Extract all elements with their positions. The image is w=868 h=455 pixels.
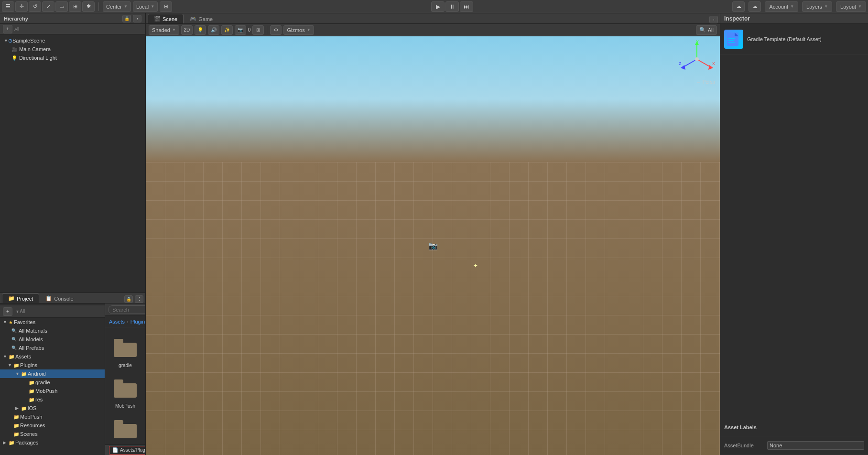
assets-search-input[interactable] — [108, 305, 145, 314]
bottom-menu-icon[interactable]: ⋮ — [135, 295, 143, 303]
persp-label: ← Persp — [696, 79, 715, 85]
inspector-panel: Inspector Gradle Template (Default Asset… — [720, 13, 868, 455]
layout-button[interactable]: Layout ▼ — [836, 1, 866, 12]
hierarchy-title: Hierarchy — [4, 16, 28, 22]
space-chevron-icon: ▼ — [151, 4, 154, 9]
scene-fold-icon: ▼ — [4, 38, 8, 43]
scene-sep — [267, 26, 267, 34]
pivot-dropdown[interactable]: Center ▼ — [103, 1, 131, 12]
inspector-assetbundle-value[interactable]: None — [767, 441, 864, 450]
mobpush-folder-icon — [113, 377, 138, 401]
project-add-button[interactable]: + — [3, 307, 12, 316]
android-gradle-folder-icon: 📁 — [29, 380, 34, 385]
breadcrumb-plugins[interactable]: Plugins — [130, 319, 145, 325]
hierarchy-sample-scene[interactable]: ▼ ⊙ SampleScene — [0, 36, 145, 45]
inspector-asset-name: Gradle Template (Default Asset) — [747, 36, 864, 42]
assets-breadcrumb: Assets › Plugins › Android — [105, 316, 145, 327]
tree-scenes[interactable]: 📁 Scenes — [0, 430, 105, 438]
game-tab-icon: 🎮 — [190, 16, 196, 22]
bottom-lock-icon[interactable]: 🔒 — [124, 295, 133, 303]
layers-button[interactable]: Layers ▼ — [802, 1, 832, 12]
move-tool-button[interactable]: ✛ — [15, 1, 28, 12]
svg-rect-0 — [114, 343, 137, 357]
grid-toggle[interactable]: ⊞ — [252, 25, 264, 35]
hierarchy-lock-icon[interactable]: 🔒 — [122, 15, 131, 22]
account-button[interactable]: Account ▼ — [765, 1, 798, 12]
res-folder-icon — [113, 417, 138, 442]
rect-tool-button[interactable]: ▭ — [55, 1, 68, 12]
hierarchy-menu-icon[interactable]: ⋮ — [133, 15, 141, 22]
scenes-label: Scenes — [20, 431, 38, 437]
plugins-arrow-icon: ▼ — [8, 363, 13, 368]
step-button[interactable]: ⏭ — [460, 1, 473, 12]
tree-ios[interactable]: ▶ 📁 iOS — [0, 404, 105, 412]
asset-res[interactable]: res — [111, 414, 140, 444]
inspector-assetbundle-field: AssetBundle None — [724, 440, 864, 451]
hierarchy-directional-light[interactable]: 💡 Directional Light — [0, 54, 145, 62]
tree-assets[interactable]: ▼ 📁 Assets — [0, 352, 105, 361]
gradle-label: gradle — [119, 363, 132, 368]
lighting-toggle[interactable]: 💡 — [195, 25, 206, 35]
custom-tool-button[interactable]: ✱ — [82, 1, 95, 12]
tree-all-prefabs[interactable]: 🔍 All Prefabs — [0, 344, 105, 352]
android-arrow-icon: ▼ — [15, 371, 21, 376]
breadcrumb-assets[interactable]: Assets — [109, 319, 125, 325]
tab-console[interactable]: 📋 Console — [39, 293, 79, 303]
tab-project[interactable]: 📁 Project — [2, 293, 39, 303]
tree-plugins[interactable]: ▼ 📁 Plugins — [0, 361, 105, 369]
tab-game[interactable]: 🎮 Game — [184, 14, 219, 23]
tree-resources[interactable]: 📁 Resources — [0, 421, 105, 430]
scene-camera-icon2[interactable]: 📷 — [235, 25, 246, 35]
tree-android-gradle[interactable]: 📁 gradle — [0, 378, 105, 387]
shading-dropdown[interactable]: Shaded ▼ — [149, 25, 179, 35]
scene-tab-menu-icon[interactable]: ⋮ — [709, 16, 718, 23]
all-models-label: All Models — [19, 336, 43, 342]
camera-icon: 🎥 — [11, 47, 17, 52]
asset-mobpush[interactable]: MobPush — [111, 374, 140, 411]
packages-folder-icon: 📁 — [9, 440, 14, 445]
cloud-icon[interactable]: ☁ — [749, 1, 761, 12]
svg-rect-4 — [114, 424, 137, 438]
play-button[interactable]: ▶ — [431, 1, 445, 12]
svg-text:Y: Y — [696, 40, 699, 44]
2d-button[interactable]: 2D — [181, 25, 193, 35]
scene-search[interactable]: 🔍 All — [696, 25, 717, 35]
tree-android-mobpush[interactable]: 📁 MobPush — [0, 387, 105, 395]
hierarchy-main-camera[interactable]: 🎥 Main Camera — [0, 45, 145, 54]
tab-scene[interactable]: 🎬 Scene — [148, 14, 184, 23]
tree-android-res[interactable]: 📁 res — [0, 395, 105, 404]
audio-toggle[interactable]: 🔊 — [208, 25, 219, 35]
hand-tool-button[interactable]: ☰ — [2, 1, 14, 12]
rotate-tool-button[interactable]: ↺ — [29, 1, 41, 12]
assets-folder-icon: 📁 — [9, 354, 14, 359]
bottom-tabs: 📁 Project 📋 Console 🔒 ⋮ — [0, 293, 145, 303]
gizmos-chevron-icon: ▼ — [307, 28, 311, 32]
scene-view[interactable]: 📷 ✦ X Y — [146, 36, 720, 455]
tree-all-models[interactable]: 🔍 All Models — [0, 335, 105, 344]
inspector-assetbundle-val: None — [770, 443, 782, 448]
packages-arrow-icon: ▶ — [3, 440, 9, 445]
directional-light-label: Directional Light — [19, 55, 57, 61]
plugins-label: Plugins — [20, 362, 37, 368]
hierarchy-add-button[interactable]: + — [3, 25, 12, 33]
tree-mobpush[interactable]: 📁 MobPush — [0, 412, 105, 421]
tree-favorites[interactable]: ▼ ★ Favorites — [0, 318, 105, 326]
pause-button[interactable]: ⏸ — [445, 1, 459, 12]
tree-android[interactable]: ▼ 📁 Android — [0, 369, 105, 378]
effects-toggle[interactable]: ✨ — [221, 25, 233, 35]
snap-button[interactable]: ⊞ — [160, 1, 172, 12]
bottom-tab-actions: 🔒 ⋮ — [124, 295, 143, 303]
android-label: Android — [28, 371, 46, 377]
transform-tool-button[interactable]: ⊞ — [69, 1, 81, 12]
collab-icon[interactable]: ☁ — [732, 1, 745, 12]
scene-render-btn[interactable]: ⚙ — [270, 25, 282, 35]
asset-gradle[interactable]: gradle — [111, 333, 140, 370]
layers-chevron-icon: ▼ — [824, 4, 828, 9]
android-mobpush-label: MobPush — [35, 388, 57, 394]
scale-tool-button[interactable]: ⤢ — [42, 1, 54, 12]
scene-gizmo[interactable]: X Y Z — [678, 40, 716, 78]
tree-packages[interactable]: ▶ 📁 Packages — [0, 438, 105, 447]
tree-all-materials[interactable]: 🔍 All Materials — [0, 326, 105, 335]
gizmos-dropdown[interactable]: Gizmos ▼ — [283, 25, 314, 35]
space-dropdown[interactable]: Local ▼ — [133, 1, 158, 12]
